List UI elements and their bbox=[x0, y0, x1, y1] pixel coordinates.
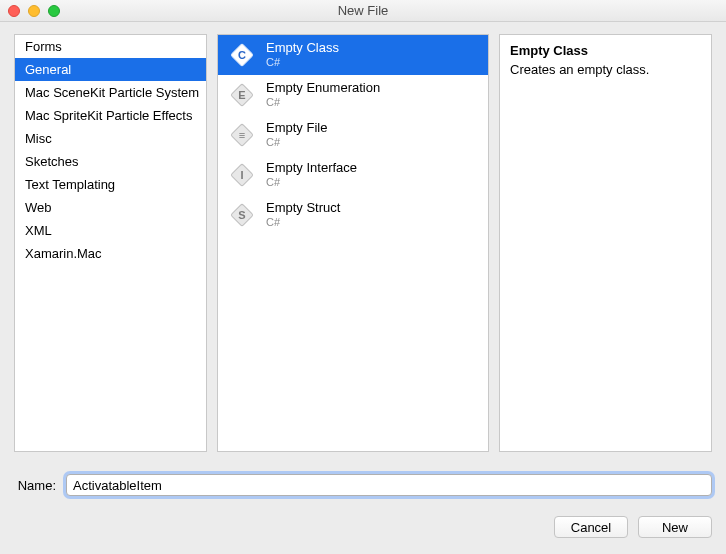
template-label: Empty Interface bbox=[266, 161, 357, 176]
template-label: Empty Class bbox=[266, 41, 339, 56]
preview-title: Empty Class bbox=[510, 43, 701, 58]
name-input[interactable] bbox=[66, 474, 712, 496]
category-item[interactable]: General bbox=[15, 58, 206, 81]
interface-icon: I bbox=[228, 161, 256, 189]
class-icon: C bbox=[228, 41, 256, 69]
category-item[interactable]: Mac SceneKit Particle System bbox=[15, 81, 206, 104]
name-row: Name: bbox=[14, 474, 712, 496]
category-item[interactable]: XML bbox=[15, 219, 206, 242]
new-button[interactable]: New bbox=[638, 516, 712, 538]
zoom-icon[interactable] bbox=[48, 5, 60, 17]
category-item[interactable]: Sketches bbox=[15, 150, 206, 173]
template-label: Empty Enumeration bbox=[266, 81, 380, 96]
svg-text:I: I bbox=[240, 169, 243, 181]
svg-text:C: C bbox=[238, 49, 246, 61]
category-list[interactable]: FormsGeneralMac SceneKit Particle System… bbox=[14, 34, 207, 452]
titlebar: New File bbox=[0, 0, 726, 22]
svg-text:E: E bbox=[238, 89, 245, 101]
template-sublabel: C# bbox=[266, 56, 339, 69]
button-row: Cancel New bbox=[14, 516, 712, 538]
template-item[interactable]: C Empty ClassC# bbox=[218, 35, 488, 75]
template-item[interactable]: ≡ Empty FileC# bbox=[218, 115, 488, 155]
template-sublabel: C# bbox=[266, 176, 357, 189]
category-item[interactable]: Web bbox=[15, 196, 206, 219]
template-sublabel: C# bbox=[266, 216, 340, 229]
category-item[interactable]: Xamarin.Mac bbox=[15, 242, 206, 265]
category-item[interactable]: Text Templating bbox=[15, 173, 206, 196]
category-item[interactable]: Mac SpriteKit Particle Effects bbox=[15, 104, 206, 127]
preview-description: Creates an empty class. bbox=[510, 62, 701, 77]
template-label: Empty Struct bbox=[266, 201, 340, 216]
svg-text:S: S bbox=[238, 209, 245, 221]
window-title: New File bbox=[0, 3, 726, 18]
category-item[interactable]: Forms bbox=[15, 35, 206, 58]
preview-panel: Empty Class Creates an empty class. bbox=[499, 34, 712, 452]
template-item[interactable]: I Empty InterfaceC# bbox=[218, 155, 488, 195]
svg-text:≡: ≡ bbox=[239, 129, 245, 141]
struct-icon: S bbox=[228, 201, 256, 229]
template-item[interactable]: S Empty StructC# bbox=[218, 195, 488, 235]
template-label: Empty File bbox=[266, 121, 327, 136]
category-item[interactable]: Misc bbox=[15, 127, 206, 150]
close-icon[interactable] bbox=[8, 5, 20, 17]
window-controls bbox=[0, 5, 60, 17]
minimize-icon[interactable] bbox=[28, 5, 40, 17]
enum-icon: E bbox=[228, 81, 256, 109]
name-label: Name: bbox=[14, 478, 56, 493]
template-sublabel: C# bbox=[266, 96, 380, 109]
cancel-button[interactable]: Cancel bbox=[554, 516, 628, 538]
file-icon: ≡ bbox=[228, 121, 256, 149]
template-list[interactable]: C Empty ClassC# E Empty EnumerationC# ≡ … bbox=[217, 34, 489, 452]
template-item[interactable]: E Empty EnumerationC# bbox=[218, 75, 488, 115]
template-sublabel: C# bbox=[266, 136, 327, 149]
dialog-content: FormsGeneralMac SceneKit Particle System… bbox=[0, 22, 726, 552]
